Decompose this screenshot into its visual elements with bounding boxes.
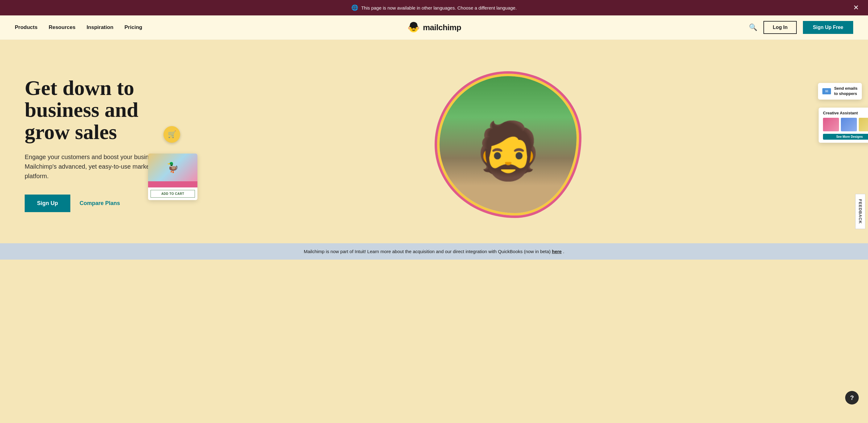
nav-right: 🔍 Log In Sign Up Free (749, 21, 853, 34)
hero-image-area: 🧔 🛒 ✉ Send emails to shoppers Creative A… (173, 64, 843, 225)
cart-icon-bubble: 🛒 (163, 126, 180, 143)
card-product: 🦆 ADD TO CART (148, 154, 197, 200)
hero-blob: 🧔 (437, 74, 579, 216)
globe-icon: 🌐 (351, 4, 358, 11)
nav-left: Products Resources Inspiration Pricing (15, 24, 142, 31)
announcement-text: This page is now available in other lang… (361, 5, 517, 10)
product-pink-strip (148, 181, 197, 188)
hero-image-man: 🧔 (439, 76, 577, 213)
see-more-designs-button[interactable]: See More Designs (823, 134, 868, 140)
announcement-bar: 🌐 This page is now available in other la… (0, 0, 868, 15)
hero-section: Get down to business and grow sales Enga… (0, 40, 868, 243)
svg-point-4 (408, 27, 410, 29)
bottom-bar-period: . (563, 249, 564, 254)
duck-icon: 🦆 (166, 162, 179, 173)
send-emails-text: Send emails to shoppers (834, 86, 858, 97)
ca-design-pink (823, 118, 839, 131)
nav-pricing[interactable]: Pricing (125, 24, 143, 31)
svg-point-5 (417, 27, 418, 29)
compare-plans-link[interactable]: Compare Plans (80, 200, 120, 206)
card-send-emails: ✉ Send emails to shoppers (818, 83, 862, 100)
hero-title: Get down to business and grow sales (25, 77, 173, 143)
card-creative-assistant: Creative Assistant See More Designs (819, 107, 868, 143)
add-to-cart-button[interactable]: ADD TO CART (151, 190, 195, 198)
login-button[interactable]: Log In (764, 21, 797, 34)
nav-logo[interactable]: mailchimp (407, 21, 461, 34)
creative-assistant-title: Creative Assistant (823, 111, 868, 115)
bottom-info-bar: Mailchimp is now part of Intuit! Learn m… (0, 243, 868, 260)
mailchimp-logo-icon (407, 21, 421, 34)
product-image: 🦆 (148, 154, 197, 181)
search-button[interactable]: 🔍 (749, 24, 757, 31)
feedback-tab[interactable]: FEEDBACK (855, 194, 865, 229)
ca-designs (823, 118, 868, 131)
close-announcement-button[interactable]: ✕ (853, 4, 859, 11)
svg-point-10 (413, 29, 414, 30)
ca-design-blue (841, 118, 857, 131)
logo-text: mailchimp (423, 23, 461, 32)
navigation: Products Resources Inspiration Pricing (0, 15, 868, 40)
nav-inspiration[interactable]: Inspiration (87, 24, 114, 31)
nav-resources[interactable]: Resources (49, 24, 75, 31)
signup-hero-button[interactable]: Sign Up (25, 195, 70, 212)
signup-nav-button[interactable]: Sign Up Free (803, 21, 853, 34)
nav-products[interactable]: Products (15, 24, 38, 31)
envelope-icon: ✉ (823, 88, 831, 94)
svg-point-12 (409, 25, 418, 27)
ca-design-yellow (859, 118, 868, 131)
bottom-bar-text: Mailchimp is now part of Intuit! Learn m… (304, 249, 551, 254)
bottom-bar-link[interactable]: here (552, 249, 562, 254)
